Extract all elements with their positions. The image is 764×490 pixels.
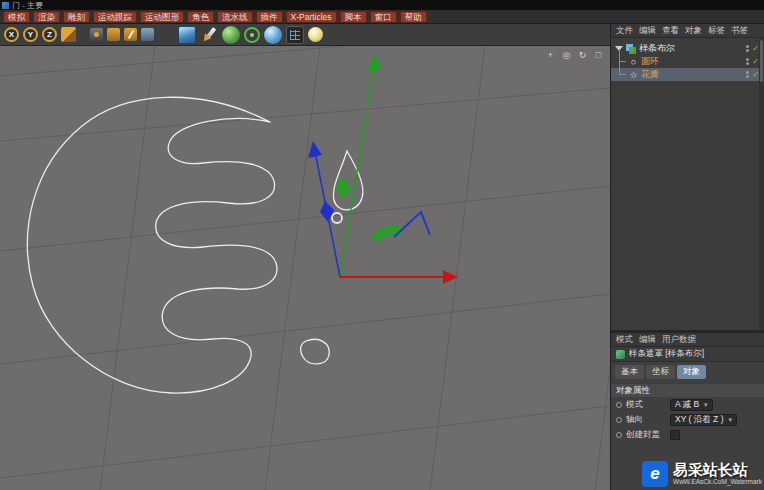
- enabled-check-icon[interactable]: ✓: [752, 71, 759, 79]
- render-settings-button[interactable]: [286, 26, 304, 44]
- view-controls: + ◎ ↻ □: [545, 50, 604, 60]
- object-manager-menubar: 文件 编辑 查看 对象 标签 书签: [611, 24, 764, 38]
- maximize-view-icon[interactable]: □: [593, 50, 604, 60]
- attribute-menubar: 模式 编辑 用户数据: [611, 333, 764, 347]
- attr-menu-userdata[interactable]: 用户数据: [662, 334, 696, 346]
- om-menu-objects[interactable]: 对象: [685, 25, 702, 37]
- om-menu-view[interactable]: 查看: [662, 25, 679, 37]
- om-menu-file[interactable]: 文件: [616, 25, 633, 37]
- rotate-view-icon[interactable]: ↻: [577, 50, 588, 60]
- menu-sculpt[interactable]: 雕刻: [63, 11, 90, 23]
- om-menu-edit[interactable]: 编辑: [639, 25, 656, 37]
- object-properties-header[interactable]: 对象属性: [611, 384, 764, 397]
- generator-button[interactable]: [222, 26, 240, 44]
- tab-coordinates[interactable]: 坐标: [646, 365, 675, 379]
- object-row-flower[interactable]: ☆ 花瓣 ✓: [611, 68, 764, 81]
- mode-dropdown[interactable]: A 减 B ▾: [670, 399, 713, 411]
- object-label: 样条布尔: [639, 42, 675, 55]
- light-button[interactable]: [308, 27, 323, 42]
- field-axis: 轴向 XY ( 沿着 Z ) ▾: [611, 412, 764, 427]
- keyframe-ring-icon[interactable]: [616, 417, 622, 423]
- tab-object[interactable]: 对象: [677, 365, 706, 379]
- spline-pen-button[interactable]: [200, 26, 218, 44]
- menu-script[interactable]: 脚本: [340, 11, 367, 23]
- origin-handle[interactable]: [332, 213, 342, 223]
- menu-x-particles[interactable]: X-Particles: [286, 11, 337, 23]
- timeline-button[interactable]: [141, 28, 154, 41]
- om-menu-tags[interactable]: 标签: [708, 25, 725, 37]
- record-keyframe-button[interactable]: [90, 28, 103, 41]
- pan-view-icon[interactable]: +: [545, 50, 556, 60]
- axis-x-handle[interactable]: [340, 270, 458, 284]
- watermark-subtext: WwW.EAsCk.CoM_Watermark: [673, 479, 762, 486]
- boolean-result-spline[interactable]: [27, 97, 277, 393]
- dropdown-value: A 减 B: [675, 399, 699, 411]
- tab-basic[interactable]: 基本: [615, 365, 644, 379]
- object-row-spline-boolean[interactable]: 样条布尔 ✓: [611, 42, 764, 55]
- viewport[interactable]: + ◎ ↻ □: [0, 46, 610, 490]
- toolbar: X Y Z: [0, 24, 610, 46]
- field-label: 轴向: [626, 414, 666, 426]
- visibility-dots-icon[interactable]: [746, 71, 749, 78]
- visibility-dots-icon[interactable]: [746, 45, 749, 52]
- scrollbar-thumb[interactable]: [760, 40, 763, 82]
- visibility-dots-icon[interactable]: [746, 58, 749, 65]
- axis-dropdown[interactable]: XY ( 沿着 Z ) ▾: [670, 414, 737, 426]
- spline-mask-icon: [616, 350, 625, 359]
- field-label: 创建封盖: [626, 429, 666, 441]
- main-area: X Y Z: [0, 24, 764, 490]
- menu-character[interactable]: 角色: [187, 11, 214, 23]
- watermark-brand: 易采站长站: [673, 462, 762, 477]
- spline-fragment[interactable]: [301, 339, 330, 364]
- attribute-title: 样条遮罩 [样条布尔]: [629, 348, 704, 360]
- keyframe-ring-icon[interactable]: [616, 402, 622, 408]
- plane-handle-green[interactable]: [371, 225, 404, 243]
- attribute-tabs: 基本 坐标 对象: [611, 362, 764, 382]
- enabled-check-icon[interactable]: ✓: [752, 58, 759, 66]
- object-manager: 文件 编辑 查看 对象 标签 书签 样条布尔 ✓ ○: [611, 24, 764, 330]
- lock-y-axis-button[interactable]: Y: [23, 27, 38, 42]
- axis-y-handle[interactable]: [336, 55, 381, 277]
- keyframe-ring-icon[interactable]: [616, 432, 622, 438]
- attr-menu-edit[interactable]: 编辑: [639, 334, 656, 346]
- axis-z-handle[interactable]: [308, 141, 340, 277]
- watermark: e 易采站长站 WwW.EAsCk.CoM_Watermark: [642, 461, 762, 487]
- mograph-array-button[interactable]: [244, 27, 260, 43]
- attr-menu-mode[interactable]: 模式: [616, 334, 633, 346]
- menu-motion-tracker[interactable]: 运动跟踪: [93, 11, 137, 23]
- deformer-button[interactable]: [264, 26, 282, 44]
- coordinate-system-button[interactable]: [61, 27, 76, 42]
- create-cap-checkbox[interactable]: [670, 430, 680, 440]
- menu-window[interactable]: 窗口: [370, 11, 397, 23]
- menu-plugins[interactable]: 插件: [256, 11, 283, 23]
- object-manager-scrollbar[interactable]: [759, 38, 764, 330]
- menu-render[interactable]: 渲染: [33, 11, 60, 23]
- zoom-view-icon[interactable]: ◎: [561, 50, 572, 60]
- menu-simulate[interactable]: 模拟: [3, 11, 30, 23]
- title-bar: 门 - 主要: [0, 0, 764, 10]
- object-label: 花瓣: [641, 68, 659, 81]
- field-mode: 模式 A 减 B ▾: [611, 397, 764, 412]
- object-label: 圆环: [641, 55, 659, 68]
- field-label: 模式: [626, 399, 666, 411]
- cube-primitive-button[interactable]: [178, 26, 196, 44]
- plane-handle-blue[interactable]: [394, 212, 430, 237]
- menu-pipeline[interactable]: 流水线: [217, 11, 253, 23]
- autokey-button[interactable]: [107, 28, 120, 41]
- om-menu-bookmarks[interactable]: 书签: [731, 25, 748, 37]
- viewport-canvas[interactable]: [0, 46, 610, 490]
- keyframe-selection-button[interactable]: [124, 28, 137, 41]
- flower-spline-icon: ☆: [628, 70, 639, 80]
- spline-boolean-icon: [626, 44, 636, 54]
- circle-spline-icon: ○: [628, 57, 639, 67]
- enabled-check-icon[interactable]: ✓: [752, 45, 759, 53]
- menu-help[interactable]: 帮助: [400, 11, 427, 23]
- lock-x-axis-button[interactable]: X: [4, 27, 19, 42]
- object-row-circle[interactable]: ○ 圆环 ✓: [611, 55, 764, 68]
- menu-bar: 模拟 渲染 雕刻 运动跟踪 运动图形 角色 流水线 插件 X-Particles…: [0, 10, 764, 24]
- lock-z-axis-button[interactable]: Z: [42, 27, 57, 42]
- right-panel: 文件 编辑 查看 对象 标签 书签 样条布尔 ✓ ○: [610, 24, 764, 490]
- menu-mograph[interactable]: 运动图形: [140, 11, 184, 23]
- window-title: 门 - 主要: [12, 0, 43, 11]
- viewport-column: X Y Z: [0, 24, 610, 490]
